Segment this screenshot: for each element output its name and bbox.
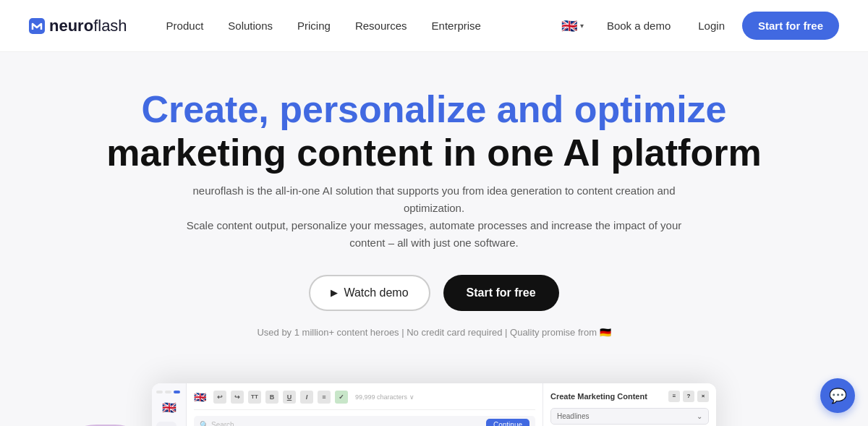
- trust-text: Used by 1 million+ content heroes | No c…: [14, 327, 854, 338]
- mock-sidebar: 🇬🇧: [152, 383, 187, 426]
- mock-panel-header: Create Marketing Content ≡ ? ×: [550, 391, 709, 402]
- watch-demo-button[interactable]: ▶ Watch demo: [309, 275, 430, 311]
- mock-bold-btn: B: [265, 391, 278, 404]
- hero-subtitle: neuroflash is the all-in-one AI solution…: [181, 182, 687, 252]
- nav-item-pricing[interactable]: Pricing: [287, 14, 341, 38]
- mock-search-placeholder: Search: [211, 421, 234, 426]
- flag-icon: 🇬🇧: [561, 18, 577, 34]
- logo-icon: [29, 18, 45, 34]
- start-free-nav-button[interactable]: Start for free: [742, 12, 839, 40]
- login-link[interactable]: Login: [688, 14, 735, 38]
- mock-toolbar-flag: 🇬🇧: [194, 391, 206, 403]
- hero-title: Create, personalize and optimize marketi…: [14, 88, 854, 175]
- navigation: neuroflash Product Solutions Pricing Res…: [0, 0, 868, 52]
- mock-italic-btn: I: [300, 391, 313, 404]
- hero-section: Create, personalize and optimize marketi…: [0, 52, 868, 426]
- mock-underline-btn: U: [283, 391, 296, 404]
- nav-item-solutions[interactable]: Solutions: [218, 14, 283, 38]
- nav-right: 🇬🇧 ▾ Book a demo Login Start for free: [556, 12, 839, 40]
- mock-redo-btn: ↪: [231, 391, 244, 404]
- sidebar-flag-icon: 🇬🇧: [156, 401, 182, 414]
- logo[interactable]: neuroflash: [29, 17, 127, 35]
- nav-links: Product Solutions Pricing Resources Ente…: [156, 14, 556, 38]
- book-demo-link[interactable]: Book a demo: [597, 14, 681, 38]
- mock-continue-btn: Continue: [486, 419, 529, 426]
- chat-support-bubble[interactable]: 💬: [820, 378, 855, 413]
- nav-item-product[interactable]: Product: [156, 14, 214, 38]
- mock-panel-icon-1: ≡: [668, 391, 680, 402]
- cta-buttons: ▶ Watch demo Start for free: [14, 275, 854, 311]
- mock-undo-btn: ↩: [213, 391, 226, 404]
- mock-char-count: 99,999 characters ∨: [355, 393, 414, 401]
- logo-text: neuroflash: [49, 17, 127, 35]
- mock-tt-btn: TT: [248, 391, 261, 404]
- mock-app-window: 🇬🇧 🇬🇧 ↩ ↪ TT B U: [152, 383, 716, 426]
- chat-icon: 💬: [829, 387, 847, 404]
- chevron-down-icon: ▾: [580, 22, 584, 30]
- mock-panel-actions: ≡ ? ×: [668, 391, 709, 402]
- mock-panel-icon-2: ?: [683, 391, 694, 402]
- mock-format-btn: ≡: [318, 391, 331, 404]
- mock-toolbar: 🇬🇧 ↩ ↪ TT B U I ≡ ✓ 99,999 characters ∨: [194, 391, 535, 410]
- mock-search-icon: 🔍: [200, 421, 208, 426]
- screenshot-area: 🇬🇧 🇬🇧 ↩ ↪ TT B U: [14, 359, 854, 426]
- mock-right-panel: Create Marketing Content ≡ ? × Headlines…: [542, 383, 716, 426]
- nav-item-enterprise[interactable]: Enterprise: [422, 14, 491, 38]
- nav-item-resources[interactable]: Resources: [345, 14, 417, 38]
- mock-panel-close-btn: ×: [697, 391, 709, 402]
- mock-main-content: 🇬🇧 ↩ ↪ TT B U I ≡ ✓ 99,999 characters ∨ …: [187, 383, 542, 426]
- mock-headlines-select: Headlines ⌄: [550, 408, 709, 425]
- mock-link-btn: ✓: [335, 391, 348, 404]
- language-selector[interactable]: 🇬🇧 ▾: [556, 14, 590, 38]
- svg-rect-0: [29, 18, 45, 34]
- mock-search-bar: 🔍 Search Continue: [194, 416, 535, 426]
- play-icon: ▶: [331, 287, 338, 298]
- hero-start-free-button[interactable]: Start for free: [443, 275, 559, 311]
